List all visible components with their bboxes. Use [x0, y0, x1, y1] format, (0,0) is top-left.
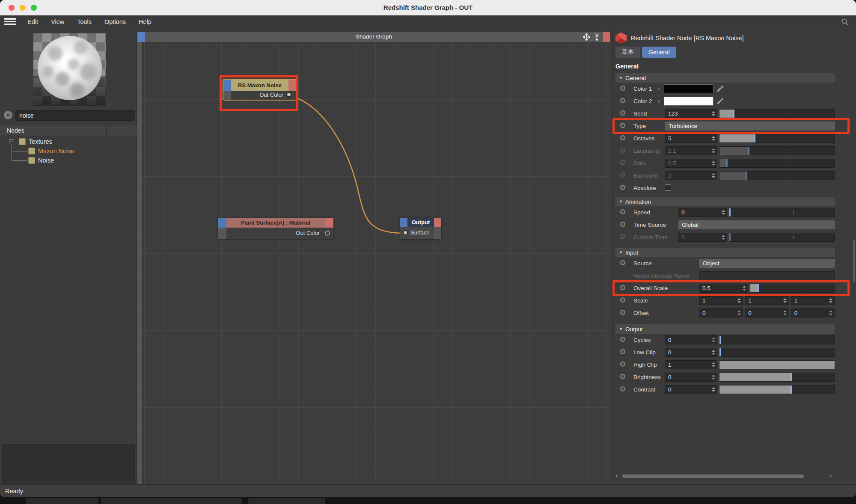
slider-marker[interactable]: [729, 233, 731, 241]
stepper-down-icon[interactable]: [783, 301, 787, 303]
stepper-down-icon[interactable]: [829, 301, 832, 303]
stepper-down-icon[interactable]: [712, 139, 715, 141]
color-swatch[interactable]: [664, 97, 713, 106]
slider-marker[interactable]: [719, 336, 721, 344]
param-enable-radio[interactable]: [620, 260, 625, 265]
stepper-up-icon[interactable]: [737, 298, 741, 300]
stepper-up-icon[interactable]: [829, 298, 832, 300]
expander-icon[interactable]: [9, 139, 14, 144]
param-enable-radio[interactable]: [620, 337, 625, 342]
stepper-down-icon[interactable]: [712, 151, 715, 153]
close-button[interactable]: [9, 5, 15, 11]
stepper[interactable]: [711, 385, 716, 394]
stepper-down-icon[interactable]: [712, 390, 715, 392]
number-input[interactable]: 2.1: [665, 146, 717, 155]
stepper-down-icon[interactable]: [722, 238, 725, 240]
slider-marker[interactable]: [719, 348, 721, 356]
stepper[interactable]: [829, 296, 833, 305]
stepper[interactable]: [721, 233, 725, 241]
stepper[interactable]: [783, 309, 788, 317]
slider[interactable]: [719, 385, 835, 394]
number-input[interactable]: 5: [665, 134, 717, 143]
param-enable-radio[interactable]: [620, 98, 625, 103]
surface-port[interactable]: [403, 230, 408, 235]
number-input[interactable]: 1: [791, 296, 835, 305]
param-enable-radio[interactable]: [620, 285, 625, 290]
out-color-port[interactable]: [325, 231, 330, 236]
number-input[interactable]: 123: [665, 109, 717, 118]
slider[interactable]: [729, 233, 835, 242]
stepper-up-icon[interactable]: [712, 350, 715, 352]
checkbox[interactable]: [665, 184, 671, 191]
stepper[interactable]: [737, 296, 741, 305]
stepper-up-icon[interactable]: [712, 338, 715, 339]
number-input[interactable]: 0: [699, 308, 743, 317]
param-enable-radio[interactable]: [620, 234, 625, 239]
expand-chevron-icon[interactable]: ›: [658, 97, 662, 106]
param-enable-radio[interactable]: [620, 310, 625, 315]
stepper[interactable]: [711, 172, 716, 180]
tree-item-maxon-noise[interactable]: Maxon Noise: [28, 146, 74, 156]
clear-search-icon[interactable]: ×: [4, 111, 12, 119]
number-input[interactable]: 2: [665, 171, 717, 180]
text-field[interactable]: [699, 271, 835, 280]
param-enable-radio[interactable]: [620, 110, 625, 116]
tree-item-textures[interactable]: Textures: [19, 137, 52, 146]
stepper-up-icon[interactable]: [743, 286, 746, 288]
param-enable-radio[interactable]: [620, 297, 625, 302]
vertical-scrollbar-thumb[interactable]: [853, 240, 855, 282]
slider[interactable]: [719, 373, 835, 382]
stepper-down-icon[interactable]: [722, 213, 725, 215]
graph-header[interactable]: Shader Graph: [137, 31, 611, 42]
stepper-down-icon[interactable]: [829, 314, 832, 315]
number-input[interactable]: 0: [665, 335, 717, 344]
slider-marker[interactable]: [729, 208, 731, 216]
stepper[interactable]: [711, 361, 716, 369]
menu-item-options[interactable]: Options: [98, 18, 132, 25]
param-enable-radio[interactable]: [620, 123, 625, 128]
stepper-down-icon[interactable]: [743, 289, 746, 291]
slider-marker[interactable]: [758, 284, 759, 292]
param-enable-radio[interactable]: [620, 160, 625, 165]
stepper-up-icon[interactable]: [712, 375, 715, 377]
slider[interactable]: [719, 159, 835, 168]
minimize-button[interactable]: [20, 5, 26, 11]
dropdown-time-source[interactable]: Global: [678, 220, 835, 229]
stepper-up-icon[interactable]: [783, 311, 787, 312]
node-output[interactable]: Output Surface: [400, 218, 441, 239]
stepper[interactable]: [711, 348, 716, 356]
number-input[interactable]: 0: [665, 385, 717, 394]
param-enable-radio[interactable]: [620, 148, 625, 153]
number-input[interactable]: 0: [665, 373, 717, 382]
section-header-general[interactable]: ▼General: [615, 73, 835, 83]
stepper-up-icon[interactable]: [712, 362, 715, 364]
stepper-up-icon[interactable]: [712, 387, 715, 389]
slider-marker[interactable]: [748, 147, 749, 155]
slider[interactable]: [719, 109, 835, 118]
menu-item-view[interactable]: View: [45, 18, 71, 25]
param-enable-radio[interactable]: [620, 362, 625, 367]
stepper[interactable]: [737, 309, 741, 317]
node-paint-surface-material[interactable]: Paint Surface(A) : Material Out Color: [218, 218, 333, 239]
number-input[interactable]: 1: [699, 296, 743, 305]
stepper-up-icon[interactable]: [722, 210, 725, 212]
stepper-up-icon[interactable]: [712, 136, 715, 138]
node-search-input[interactable]: [15, 110, 135, 121]
slider[interactable]: [719, 360, 835, 369]
param-enable-radio[interactable]: [620, 374, 625, 379]
slider[interactable]: [750, 284, 835, 293]
param-enable-radio[interactable]: [620, 185, 625, 190]
tab-general[interactable]: General: [642, 47, 676, 58]
stepper[interactable]: [711, 159, 716, 167]
slider[interactable]: [719, 134, 835, 143]
menu-item-help[interactable]: Help: [132, 18, 158, 25]
slider-marker[interactable]: [754, 134, 755, 142]
slider[interactable]: [729, 208, 835, 217]
connection-wire[interactable]: [137, 42, 611, 484]
nodes-list-header[interactable]: Nodes: [0, 125, 137, 136]
stepper[interactable]: [829, 309, 833, 317]
dropdown-type[interactable]: Turbulence: [665, 122, 835, 130]
param-enable-radio[interactable]: [620, 349, 625, 354]
hamburger-icon[interactable]: [4, 18, 16, 25]
param-enable-radio[interactable]: [620, 209, 625, 214]
